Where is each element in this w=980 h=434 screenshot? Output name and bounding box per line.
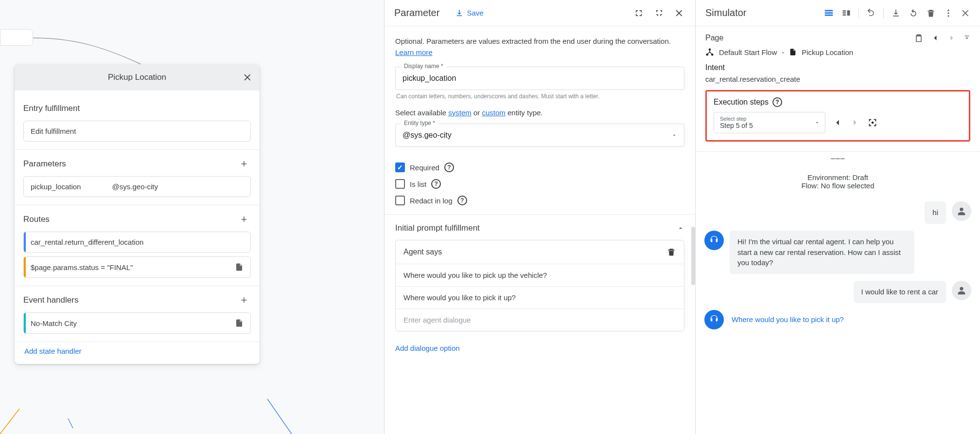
view-list-icon[interactable] (822, 6, 836, 20)
drag-handle[interactable]: ━━━ (696, 152, 980, 165)
conversation: Environment: Draft Flow: No flow selecte… (696, 165, 980, 434)
user-message: I would like to rent a car (704, 281, 971, 303)
edit-fulfillment-button[interactable]: Edit fulfillment (23, 121, 251, 142)
svg-point-6 (872, 122, 874, 124)
parameter-panel: Parameter Save Optional. Parameters are … (384, 0, 695, 434)
agent-question-link[interactable]: Where would you like to pick it up? (732, 315, 844, 324)
agent-prompt-input[interactable] (403, 316, 676, 324)
execution-steps-box: Execution steps ? Select step Step 5 of … (705, 90, 970, 142)
svg-point-0 (947, 9, 949, 11)
next-page-button (947, 33, 957, 43)
delete-icon[interactable] (924, 6, 938, 20)
user-message: hi (704, 201, 971, 224)
clipboard-icon[interactable] (914, 33, 924, 43)
entity-type-field: Entity type * @sys.geo-city (395, 124, 684, 147)
add-parameter-button[interactable]: + (237, 158, 251, 170)
event-handlers-heading: Event handlers (23, 295, 78, 305)
close-icon[interactable] (673, 6, 686, 20)
breadcrumb: Default Start Flow - Pickup Location (705, 48, 970, 56)
learn-more-link[interactable]: Learn more (395, 48, 433, 56)
intent-value: car_rental.reservation_create (705, 75, 970, 83)
agent-message: Where would you like to pick it up? (704, 310, 971, 329)
page-icon (789, 48, 797, 56)
help-icon[interactable]: ? (444, 163, 454, 172)
custom-entity-link[interactable]: custom (482, 108, 505, 117)
help-icon[interactable]: ? (772, 97, 782, 107)
entity-sentence: Select available system or custom entity… (395, 108, 684, 117)
agent-prompt-row[interactable]: Where would you like to pick it up? (396, 286, 684, 308)
prev-page-button[interactable] (930, 33, 940, 43)
routes-heading: Routes (23, 215, 50, 224)
close-icon[interactable] (243, 72, 253, 82)
intro-text: Optional. Parameters are values extracte… (395, 36, 684, 58)
entity-type-select[interactable]: @sys.geo-city (395, 124, 684, 147)
display-name-hint: Can contain letters, numbers, underscore… (396, 93, 684, 100)
user-avatar-icon (952, 201, 971, 221)
more-icon[interactable] (941, 6, 956, 20)
agent-avatar-icon (704, 310, 724, 329)
hub-icon (705, 48, 714, 56)
parameters-heading: Parameters (23, 159, 66, 169)
page-label: Page (705, 34, 723, 42)
event-handler-row[interactable]: No-Match City (23, 312, 251, 334)
close-icon[interactable] (959, 6, 973, 20)
download-icon[interactable] (889, 6, 903, 20)
flow-line: Flow: No flow selected (704, 181, 971, 190)
step-select[interactable]: Select step Step 5 of 5 (714, 112, 825, 133)
reset-icon[interactable] (906, 6, 921, 20)
chevron-down-icon (671, 132, 677, 138)
page-icon (235, 319, 244, 327)
add-event-handler-button[interactable]: + (237, 294, 251, 307)
is-list-checkbox[interactable] (395, 179, 405, 189)
scrollbar[interactable] (691, 227, 695, 285)
simulator-title: Simulator (705, 7, 746, 18)
display-name-field: Display name * (395, 67, 684, 90)
agent-avatar-icon (704, 231, 724, 250)
svg-point-2 (947, 15, 949, 17)
save-button[interactable]: Save (455, 9, 483, 18)
route-row[interactable]: $page.params.status = "FINAL" (23, 256, 251, 278)
svg-point-1 (947, 12, 949, 14)
next-step-button (850, 117, 860, 128)
add-state-handler-link[interactable]: Add state handler (15, 342, 82, 355)
help-icon[interactable]: ? (431, 179, 441, 189)
flow-canvas[interactable]: Pickup Location Entry fulfillment Edit f… (0, 0, 384, 434)
route-row[interactable]: car_rental.return_different_location (23, 232, 251, 253)
entry-heading: Entry fulfillment (23, 104, 80, 113)
svg-point-3 (709, 49, 711, 51)
redact-checkbox[interactable] (395, 196, 405, 205)
parameter-row[interactable]: pickup_location @sys.geo-city (23, 176, 251, 197)
required-checkbox[interactable] (395, 163, 405, 172)
collapse-icon[interactable] (677, 224, 684, 232)
agent-prompt-row[interactable]: Where would you like to pick up the vehi… (396, 264, 684, 286)
page-card: Pickup Location Entry fulfillment Edit f… (15, 64, 260, 364)
simulator-panel: Simulator (695, 0, 980, 434)
chevron-down-icon (814, 120, 820, 126)
save-icon (455, 9, 464, 18)
focus-icon[interactable] (867, 117, 878, 128)
ipf-title: Initial prompt fulfillment (395, 223, 480, 233)
panel-title: Parameter (394, 7, 439, 18)
page-card-title: Pickup Location (108, 72, 166, 82)
undo-icon[interactable] (864, 6, 878, 20)
page-icon (235, 263, 244, 271)
delete-icon[interactable] (666, 247, 676, 257)
fullscreen-icon[interactable] (632, 6, 646, 20)
add-dialogue-option-link[interactable]: Add dialogue option (395, 344, 460, 352)
user-avatar-icon (952, 281, 971, 300)
agent-message: Hi! I'm the virtual car rental agent. I … (704, 231, 971, 274)
start-node-stub[interactable] (0, 29, 33, 46)
exit-fullscreen-icon[interactable] (652, 6, 666, 20)
add-route-button[interactable]: + (237, 213, 251, 226)
agent-says-card: Agent says Where would you like to pick … (395, 240, 684, 331)
system-entity-link[interactable]: system (448, 108, 472, 117)
display-name-input[interactable] (395, 67, 684, 90)
intent-label: Intent (705, 63, 970, 72)
collapse-icon[interactable] (963, 35, 970, 41)
environment-line: Environment: Draft (704, 173, 971, 181)
help-icon[interactable]: ? (457, 196, 467, 205)
prev-step-button[interactable] (832, 117, 843, 128)
view-split-icon[interactable] (839, 6, 854, 20)
